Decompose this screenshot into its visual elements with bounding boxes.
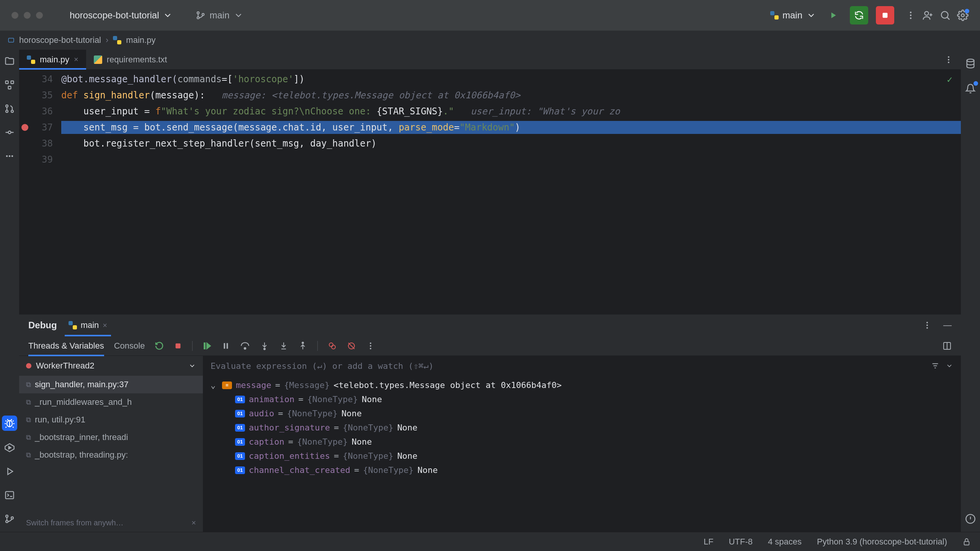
threads-variables-tab[interactable]: Threads & Variables xyxy=(28,336,104,355)
structure-tool[interactable] xyxy=(3,78,16,92)
editor-area: main.py × requirements.txt ✓ 34 35 36 37… xyxy=(19,50,961,532)
interpreter[interactable]: Python 3.9 (horoscope-bot-tutorial) xyxy=(817,537,947,547)
play-icon xyxy=(828,10,838,20)
svg-point-28 xyxy=(948,59,949,60)
layout-button[interactable] xyxy=(942,341,952,350)
close-tab[interactable]: × xyxy=(74,55,78,64)
close-debug-tab[interactable]: × xyxy=(103,321,107,330)
notification-dot xyxy=(973,81,978,86)
vcs-tool[interactable] xyxy=(3,512,16,526)
resume-button[interactable] xyxy=(203,341,212,350)
eval-input[interactable]: Evaluate expression (↵) or add a watch (… xyxy=(211,361,434,371)
step-over-icon xyxy=(240,341,250,351)
step-out-button[interactable] xyxy=(298,341,307,350)
tool-window-bar-left xyxy=(0,50,19,532)
step-over-button[interactable] xyxy=(240,341,250,351)
debug-more-actions[interactable] xyxy=(366,341,375,350)
pause-button[interactable] xyxy=(222,342,230,350)
pull-requests-tool[interactable] xyxy=(3,102,16,116)
resume-icon xyxy=(203,341,212,350)
database-tool[interactable] xyxy=(964,57,977,70)
var-type-badge: ≡ xyxy=(222,381,232,389)
svg-point-9 xyxy=(961,14,964,17)
indent[interactable]: 4 spaces xyxy=(768,537,802,547)
close-window[interactable] xyxy=(11,12,18,19)
debug-tool[interactable] xyxy=(2,416,17,431)
console-tab[interactable]: Console xyxy=(114,336,145,355)
frame-item[interactable]: ⧉sign_handler, main.py:37 xyxy=(19,376,203,393)
encoding[interactable]: UTF-8 xyxy=(729,537,753,547)
variable-row[interactable]: 01author_signature = {NoneType} None xyxy=(211,421,961,435)
settings-button[interactable] xyxy=(957,10,969,21)
run-button[interactable] xyxy=(824,6,842,24)
commit-tool[interactable] xyxy=(3,126,16,139)
step-into-button[interactable] xyxy=(260,341,269,350)
editor-tab-main[interactable]: main.py × xyxy=(19,50,86,69)
commit-icon xyxy=(4,127,15,138)
tabs-more[interactable] xyxy=(936,50,961,69)
rerun-button[interactable] xyxy=(155,341,164,350)
stop-debug-button[interactable] xyxy=(174,342,182,350)
svg-point-17 xyxy=(8,131,11,134)
project-dropdown[interactable]: horoscope-bot-tutorial xyxy=(70,10,173,21)
frame-item[interactable]: ⧉run, util.py:91 xyxy=(19,411,203,429)
search-button[interactable] xyxy=(939,10,951,21)
variable-row[interactable]: 01animation = {NoneType} None xyxy=(211,392,961,406)
maximize-window[interactable] xyxy=(36,12,43,19)
close-hint[interactable]: × xyxy=(191,518,196,527)
run-config-dropdown[interactable]: main xyxy=(770,10,816,21)
svg-point-43 xyxy=(370,342,371,344)
bug-rerun-icon xyxy=(854,10,864,21)
services-tool[interactable] xyxy=(3,441,16,455)
readonly-toggle[interactable] xyxy=(962,538,971,546)
filter-icon xyxy=(931,362,939,370)
breadcrumb-file[interactable]: main.py xyxy=(126,35,155,45)
terminal-tool[interactable] xyxy=(3,488,16,502)
mute-breakpoints-button[interactable] xyxy=(347,341,356,350)
project-tool[interactable] xyxy=(3,54,16,68)
svg-rect-49 xyxy=(964,541,969,545)
svg-point-20 xyxy=(11,155,13,157)
variable-row[interactable]: ⌄ ≡ message = {Message} <telebot.types.M… xyxy=(211,378,961,392)
code-with-me-button[interactable] xyxy=(922,10,933,21)
debug-button[interactable] xyxy=(850,6,868,24)
add-watch-button[interactable] xyxy=(931,362,939,370)
variable-row[interactable]: 01audio = {NoneType} None xyxy=(211,406,961,421)
editor-tab-requirements[interactable]: requirements.txt xyxy=(86,50,175,69)
variable-row[interactable]: 01caption = {NoneType} None xyxy=(211,435,961,449)
thread-selector[interactable]: WorkerThread2 xyxy=(19,356,203,376)
more-actions[interactable] xyxy=(906,10,916,20)
breakpoint-marker[interactable] xyxy=(21,124,28,131)
more-tools[interactable] xyxy=(3,149,16,163)
debug-session-tab[interactable]: main × xyxy=(69,315,107,336)
code-editor[interactable]: ✓ 34 35 36 37 38 39 @bot.message_handler… xyxy=(19,70,961,314)
variable-row[interactable]: 01channel_chat_created = {NoneType} None xyxy=(211,463,961,477)
git-branch-dropdown[interactable]: main xyxy=(196,10,243,21)
svg-point-5 xyxy=(910,15,911,16)
stop-button[interactable] xyxy=(876,6,894,24)
view-breakpoints-button[interactable] xyxy=(328,341,337,350)
run-tool[interactable] xyxy=(3,465,16,478)
line-separator[interactable]: LF xyxy=(704,537,714,547)
gutter[interactable]: 34 35 36 37 38 39 xyxy=(19,70,61,314)
breadcrumb-root[interactable]: horoscope-bot-tutorial xyxy=(19,35,101,45)
tab-label: requirements.txt xyxy=(107,55,167,65)
problems-indicator[interactable]: ✓ xyxy=(947,74,952,85)
frame-item[interactable]: ⧉_bootstrap_inner, threadi xyxy=(19,429,203,446)
frame-item[interactable]: ⧉_run_middlewares_and_h xyxy=(19,393,203,411)
collapse-arrow[interactable]: ⌄ xyxy=(211,380,218,390)
more-vertical-icon xyxy=(923,321,932,330)
var-type-badge: 01 xyxy=(235,466,245,474)
variable-row[interactable]: 01caption_entities = {NoneType} None xyxy=(211,449,961,463)
debug-more[interactable] xyxy=(923,321,932,330)
minimize-window[interactable] xyxy=(24,12,31,19)
problems-tool[interactable] xyxy=(964,512,977,526)
notifications-tool[interactable] xyxy=(964,82,977,96)
frame-item[interactable]: ⧉_bootstrap, threading.py: xyxy=(19,446,203,464)
svg-point-37 xyxy=(244,347,246,349)
expand-vars-button[interactable] xyxy=(946,362,953,370)
step-into-icon xyxy=(260,341,269,350)
minimize-debug[interactable]: — xyxy=(943,320,952,330)
step-into-my-button[interactable] xyxy=(279,341,288,350)
more-horizontal-icon xyxy=(4,151,15,161)
